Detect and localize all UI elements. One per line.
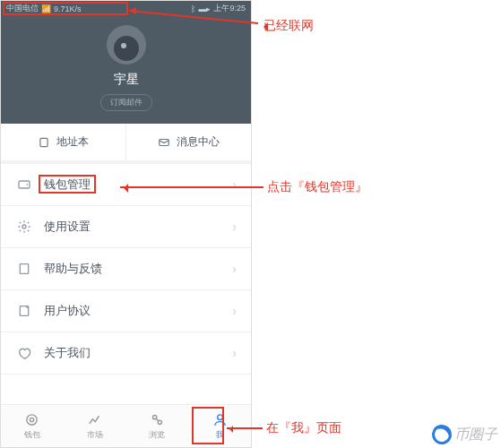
address-book-label: 地址本: [56, 134, 89, 150]
tab-bar: 钱包 市场 浏览 我: [1, 404, 251, 447]
menu-wallet-management[interactable]: 钱包管理 ›: [1, 164, 251, 206]
wallet-mgmt-label: 钱包管理: [39, 175, 96, 194]
tab-browse-label: 浏览: [149, 429, 165, 441]
chevron-right-icon: ›: [232, 177, 237, 192]
tab-me[interactable]: 我: [188, 405, 251, 447]
svg-point-7: [30, 418, 34, 421]
watermark-text: 币圈子: [454, 426, 497, 444]
browse-icon: [150, 412, 165, 427]
profile-header: 宇星 订阅邮件: [1, 16, 251, 124]
mail-icon: [158, 136, 170, 149]
bluetooth-icon: ᛒ: [191, 4, 195, 13]
tab-wallet[interactable]: 钱包: [1, 405, 64, 447]
status-bar: 中国电信 📶 9.71K/s ᛒ ▬▸ 上午9:25: [1, 1, 251, 16]
gear-icon: [17, 220, 31, 234]
subscribe-button[interactable]: 订阅邮件: [100, 94, 152, 111]
help-icon: [17, 262, 31, 276]
tab-me-label: 我: [216, 429, 224, 441]
wallet-icon: [17, 177, 31, 192]
svg-rect-4: [20, 264, 28, 274]
about-us-label: 关于我们: [44, 345, 232, 361]
svg-rect-0: [40, 138, 48, 146]
svg-point-6: [27, 414, 37, 424]
signal-icon: 📶: [41, 4, 51, 13]
chart-icon: [87, 412, 102, 427]
watermark: 币圈子: [432, 425, 497, 444]
svg-rect-2: [19, 181, 30, 188]
tab-market-label: 市场: [87, 429, 103, 441]
quick-row: 地址本 消息中心: [1, 124, 251, 164]
clock-text: 上午9:25: [213, 3, 246, 14]
bookmark-icon: [38, 136, 50, 149]
message-center-label: 消息中心: [177, 134, 220, 150]
watermark-icon: [430, 423, 454, 447]
menu-help-feedback[interactable]: 帮助与反馈 ›: [1, 248, 251, 290]
chevron-right-icon: ›: [232, 346, 237, 360]
annotation-networked-text: 已经联网: [263, 18, 314, 34]
person-icon: [212, 412, 228, 427]
tab-wallet-label: 钱包: [24, 429, 40, 441]
svg-point-3: [22, 225, 26, 228]
chevron-right-icon: ›: [232, 220, 237, 234]
annotation-networked: 已经联网: [260, 18, 314, 34]
document-icon: [17, 304, 31, 318]
chevron-right-icon: ›: [232, 262, 237, 276]
username: 宇星: [114, 72, 139, 88]
battery-icon: ▬▸: [198, 4, 211, 13]
menu-user-agreement[interactable]: 用户协议 ›: [1, 290, 251, 332]
tab-market[interactable]: 市场: [64, 405, 126, 447]
heart-icon: [17, 346, 31, 360]
net-speed: 9.71K/s: [54, 4, 82, 13]
svg-point-10: [217, 414, 222, 419]
avatar[interactable]: [107, 25, 146, 65]
chevron-right-icon: ›: [232, 304, 237, 318]
help-feedback-label: 帮助与反馈: [44, 261, 232, 277]
usage-settings-label: 使用设置: [44, 219, 232, 235]
coin-icon: [24, 412, 39, 427]
annotation-wallet-text: 点击『钱包管理』: [267, 179, 367, 195]
menu-about-us[interactable]: 关于我们 ›: [1, 332, 251, 375]
message-center-button[interactable]: 消息中心: [126, 124, 251, 160]
address-book-button[interactable]: 地址本: [1, 124, 126, 160]
user-agreement-label: 用户协议: [44, 303, 232, 319]
app-screen: 中国电信 📶 9.71K/s ᛒ ▬▸ 上午9:25 宇星 订阅邮件 地址本: [0, 0, 252, 448]
carrier-text: 中国电信: [6, 3, 39, 14]
menu-list: 钱包管理 › 使用设置 › 帮助与反馈 › 用户协议 ›: [1, 164, 251, 404]
annotation-me-text: 在『我』页面: [266, 420, 341, 436]
menu-usage-settings[interactable]: 使用设置 ›: [1, 206, 251, 248]
tab-browse[interactable]: 浏览: [126, 405, 189, 447]
